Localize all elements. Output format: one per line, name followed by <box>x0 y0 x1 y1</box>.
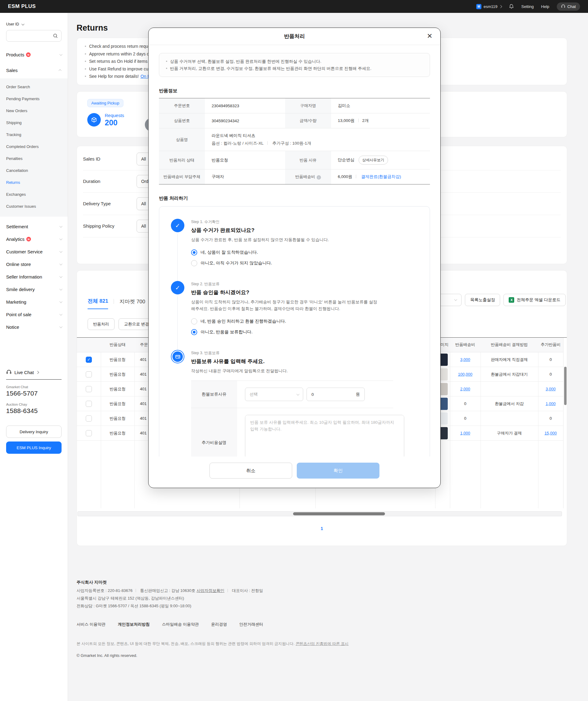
extra-fee-cell[interactable]: 0 <box>549 357 552 362</box>
confirm-button[interactable]: 확인 <box>297 463 379 479</box>
sidebar-item-shipping[interactable]: Shipping <box>0 117 68 129</box>
return-process-button[interactable]: 반품처리 <box>87 318 114 330</box>
extra-fee-cell[interactable]: 0 <box>549 372 552 377</box>
radio-icon[interactable] <box>191 318 197 324</box>
headset-icon <box>561 4 565 9</box>
info-icon[interactable]: i <box>317 175 321 180</box>
excel-download-button[interactable]: X 전체주문 엑셀 다운로드 <box>504 294 566 306</box>
scrollbar-thumb[interactable] <box>564 367 567 405</box>
sidebar-item-smile-delivery[interactable]: Smile delivery <box>6 283 61 296</box>
order-number: 230494958323 <box>205 98 285 113</box>
row-checkbox[interactable] <box>86 386 92 392</box>
radio-option[interactable]: 아니오, 반품을 보류합니다. <box>191 329 418 335</box>
row-checkbox[interactable] <box>86 416 92 422</box>
tab-all[interactable]: 전체 821 <box>87 297 108 309</box>
return-fee-cell[interactable]: 100,000 <box>458 372 473 377</box>
step-check-icon: ✓ <box>171 281 184 294</box>
search-input[interactable] <box>10 34 53 38</box>
footer-link-ethics[interactable]: 윤리경영 <box>211 622 227 627</box>
cancel-button[interactable]: 취소 <box>210 463 292 479</box>
return-fee-cell[interactable]: 2,000 <box>460 387 471 391</box>
status-cell: 반품요청 <box>101 367 134 382</box>
sidebar-item-tracking[interactable]: Tracking <box>0 129 68 141</box>
radio-icon[interactable] <box>191 249 197 255</box>
row-checkbox[interactable] <box>86 357 92 363</box>
extra-fee-cell[interactable]: 15,000 <box>545 431 557 435</box>
footer-link-privacy[interactable]: 개인정보처리방침 <box>118 622 150 627</box>
radio-icon[interactable] <box>191 260 197 266</box>
sidebar-item-analytics[interactable]: Analytics N <box>6 233 61 245</box>
sidebar-item-completed-orders[interactable]: Completed Orders <box>0 141 68 153</box>
help-menu[interactable]: Help <box>541 4 549 9</box>
chat-button[interactable]: Chat <box>557 2 580 11</box>
live-chat-link[interactable]: Live Chat <box>6 370 61 380</box>
scrollbar-thumb[interactable] <box>293 512 385 515</box>
sidebar-item-exchanges[interactable]: Exchanges <box>0 188 68 200</box>
pagination-page-1[interactable]: 1 <box>77 526 567 531</box>
sidebar-item-new-orders[interactable]: New Orders <box>0 105 68 117</box>
sidebar-item-settlement[interactable]: Settlement <box>6 220 61 233</box>
footer-link-smile-terms[interactable]: 스마일배송 이용약관 <box>162 622 199 627</box>
sidebar-item-order-search[interactable]: Order Search <box>0 81 68 93</box>
sidebar-item-online-store[interactable]: Online store <box>6 258 61 270</box>
setting-menu[interactable]: Setting <box>521 4 534 9</box>
extra-fee-cell[interactable]: 0 <box>549 416 552 421</box>
sidebar-item-customer-issues[interactable]: Customer Issues <box>0 200 68 212</box>
sidebar-item-customer-service[interactable]: Customer Service <box>6 245 61 258</box>
step-2: ✓ Step 2. 반품보류 반품 승인을 하시겠어요? 상품이 아직 도착하지… <box>171 281 418 350</box>
row-checkbox[interactable] <box>86 430 92 436</box>
radio-option[interactable]: 네, 상품이 잘 도착하였습니다. <box>191 249 418 255</box>
sidebar-item-point-of-sale[interactable]: Point of sale <box>6 308 61 321</box>
sidebar-item-marketing[interactable]: Marketing <box>6 296 61 308</box>
filter-label: Duration <box>83 179 136 184</box>
hold-reason-select[interactable]: 선택 <box>245 388 303 401</box>
return-fee-cell[interactable]: 1,000 <box>460 431 471 435</box>
row-checkbox[interactable] <box>86 401 92 407</box>
chevron-down-icon <box>454 298 457 301</box>
sidebar-item-penalties[interactable]: Penalties <box>0 153 68 165</box>
horizontal-scrollbar[interactable] <box>77 511 562 516</box>
sidebar-item-pending-payments[interactable]: Pending Payments <box>0 93 68 105</box>
page-footer: 주식회사 지마켓 사업자등록번호 : 220-81-83676 통신판매업신고 … <box>76 580 567 676</box>
return-fee-cell[interactable]: 3,000 <box>460 357 471 362</box>
row-checkbox[interactable] <box>86 371 92 378</box>
footer-link-safety-center[interactable]: 안전거래센터 <box>239 622 263 627</box>
account-menu[interactable]: M esm119 <box>476 4 502 9</box>
tab-gmarket[interactable]: 지마켓 700 <box>119 298 145 309</box>
list-display-settings-button[interactable]: 목록노출설정 <box>465 294 500 306</box>
return-fee-cell[interactable]: 0 <box>464 416 466 421</box>
sidebar-search[interactable] <box>6 30 61 42</box>
filter-label: Shipping Policy <box>83 223 136 229</box>
close-icon[interactable]: ✕ <box>425 32 434 41</box>
notice-line: Approve returns within 2 days of <box>89 50 151 58</box>
sidebar-item-notice[interactable]: Notice <box>6 321 61 333</box>
chevron-down-icon <box>59 287 62 290</box>
radio-icon[interactable] <box>191 329 197 335</box>
hold-amount-input[interactable] <box>311 392 356 397</box>
hold-amount-field[interactable]: 원 <box>307 388 365 401</box>
fee-status-link[interactable]: 결제완료(환불금차감) <box>361 174 401 179</box>
sales-submenu: Order Search Pending Payments New Orders… <box>0 78 68 217</box>
sidebar-item-returns[interactable]: Returns <box>0 177 68 188</box>
footer-link-terms[interactable]: 서비스 이용약관 <box>76 622 106 627</box>
sidebar-item-cancellation[interactable]: Cancellation <box>0 165 68 177</box>
notification-bell-icon[interactable] <box>509 4 514 9</box>
extra-fee-cell[interactable]: 1,000 <box>546 401 556 406</box>
extra-cost-textarea[interactable] <box>245 415 404 457</box>
sidebar-item-products[interactable]: Products N <box>6 52 61 57</box>
reason-detail-button[interactable]: 상세사유보기 <box>359 156 388 165</box>
business-info-link[interactable]: 사업자정보확인 <box>197 588 225 593</box>
return-fee-cell[interactable]: 0 <box>464 401 466 406</box>
chevron-down-icon <box>59 262 62 265</box>
delivery-inquiry-button[interactable]: Delivery Inquiry <box>6 426 61 438</box>
chevron-down-icon <box>59 312 62 315</box>
radio-option[interactable]: 네, 반품 승인 처리하고 환불 진행하겠습니다. <box>191 318 418 324</box>
sidebar-item-seller-information[interactable]: Seller Information <box>6 270 61 283</box>
vertical-scrollbar[interactable] <box>563 337 567 508</box>
user-id-selector[interactable]: User ID <box>6 22 61 26</box>
radio-option[interactable]: 아니오, 아직 수거가 되지 않았습니다. <box>191 260 418 266</box>
esm-plus-inquiry-button[interactable]: ESM PLUS Inquiry <box>6 442 61 454</box>
extra-fee-cell[interactable]: 3,000 <box>546 387 556 391</box>
sidebar-item-sales[interactable]: Sales <box>6 68 61 73</box>
content-industry-law-link[interactable]: 콘텐츠산업 진흥법에 따른 표시 <box>296 642 348 646</box>
